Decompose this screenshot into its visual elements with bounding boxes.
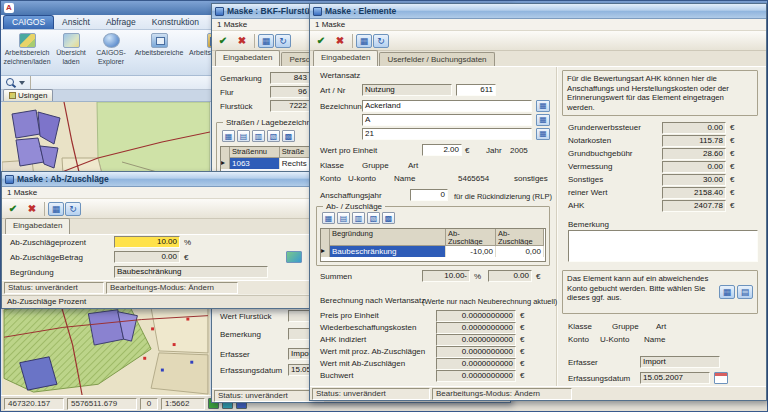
bkf-bemerkung-label: Bemerkung [220,330,261,340]
image-button[interactable] [286,251,302,263]
calc-row-value: 0.0000000000 [436,346,516,358]
elemente-menu-maske[interactable]: 1 Maske [310,19,766,31]
abzu-menu-maske[interactable]: 1 Maske [2,187,309,199]
toolbar-separator [44,202,45,216]
map-icon [9,92,16,99]
dataset-grid-button[interactable]: ▦ [48,202,64,216]
elemente-tab-userfelder[interactable]: Userfelder / Buchungsdaten [379,52,494,66]
abzu-window-icon [5,175,14,184]
ukonto-label: U-Konto [600,335,629,345]
cost-row-field[interactable]: 30.00 [662,174,726,186]
bemerkung-label: Bemerkung [568,220,609,230]
ribbon-tab-ansicht[interactable]: Ansicht [54,16,98,29]
dataset-grid-button[interactable]: ▦ [258,34,274,48]
dataset-grid-button[interactable]: ▦ [356,34,372,48]
calendar-icon[interactable] [714,372,728,384]
anschaffungsjahr-label: Anschaffungsjahr [320,191,382,201]
elemente-window-icon [313,7,322,16]
abzu-field-hint: Ab-Zuschläge Prozent [2,295,309,308]
table-new-row-button[interactable]: ▦ [322,212,335,224]
bkf-erfasser-label: Erfasser [220,350,250,360]
ahk-info-box: Für die Bewertungsart AHK können hier di… [562,70,758,116]
summen-prozent-field: 10.00- [422,270,470,282]
bezeichnung-field-3[interactable]: 21 [362,128,532,140]
ribbon-button-caigos-explorer[interactable]: CAIGOS- Explorer [91,32,131,70]
calc-row-value: 0.0000000000 [436,358,516,370]
wert-pro-einheit-field[interactable]: 2.00 [422,144,462,156]
statusbar-coord-z: 0 [140,398,158,410]
row-marker: ▸ [321,246,330,257]
euro-unit-label: € [730,175,734,185]
ribbon-tab-abfrage[interactable]: Abfrage [98,16,144,29]
map-canvas-lower[interactable] [2,296,210,397]
zoom-search-icon[interactable] [5,77,16,88]
bezeichnung-field-2[interactable]: A [362,114,532,126]
abzu-begruendung-field[interactable]: Baubeschränkung [114,266,268,278]
ribbon-button-arbeitsbereiche[interactable]: Arbeitsbereiche [133,32,185,70]
table-delete-row-button[interactable]: ▥ [352,212,365,224]
abzu-status-text: Status: unverändert [4,282,104,294]
table-edit-row-button[interactable]: ▤ [237,130,250,142]
calc-row-label: Preis pro Einheit [320,311,379,321]
konto-document-button[interactable]: ▤ [737,285,753,299]
flur-field[interactable]: 96 [270,86,310,98]
table-filter-button[interactable]: ▧ [267,130,280,142]
gemarkung-field[interactable]: 843 [270,72,310,84]
elemente-titlebar[interactable]: Maske : Elemente [310,4,766,19]
lookup-grid-button[interactable]: ▦ [536,100,550,112]
abzu-betrag-field[interactable]: 0.00 [114,251,180,263]
anschaffungsjahr-note: für die Rückindizierung (RLP) [454,192,552,201]
map-tab-usingen[interactable]: Usingen [3,89,53,101]
abzu-titlebar[interactable]: Maske : Ab-/Zuschläge [2,172,309,187]
erfassungsdatum-field[interactable]: 15.05.2007 [640,372,710,384]
zoom-dropdown-caret-icon[interactable] [19,81,25,85]
art-nr-field[interactable]: 611 [456,84,496,96]
cancel-button[interactable]: ✖ [23,201,41,217]
anschaffungsjahr-field[interactable]: 0 [410,189,448,201]
ribbon-button-uebersicht-laden[interactable]: Übersicht laden [53,32,89,70]
flurstueck-field[interactable]: 7222 [270,100,310,112]
refresh-button[interactable]: ↻ [373,34,389,48]
pane-divider [556,67,557,387]
apply-button[interactable]: ✔ [312,33,330,49]
table-options-button[interactable]: ▩ [382,212,395,224]
refresh-button[interactable]: ↻ [65,202,81,216]
cost-row-field[interactable]: 0.00 [662,122,726,134]
name-label: Name [644,335,665,345]
cancel-button[interactable]: ✖ [331,33,349,49]
cost-row-field[interactable]: 115.78 [662,135,726,147]
apply-button[interactable]: ✔ [4,201,22,217]
abzuschlaege-table-row[interactable]: ▸ Baubeschränkung -10,00 0,00 [321,246,545,257]
konto-lookup-grid-button[interactable]: ▦ [719,285,735,299]
apply-button[interactable]: ✔ [214,33,232,49]
workspace-draw-icon [19,33,36,48]
abzu-tab-eingabedaten[interactable]: Eingabedaten [5,218,70,234]
cost-row-field[interactable]: 0.00 [662,161,726,173]
lookup-grid-button[interactable]: ▦ [536,114,550,126]
ribbon-button-arbeitsbereich-zeichnen[interactable]: Arbeitsbereich zeichnen/laden [3,32,51,70]
elemente-tab-eingabedaten[interactable]: Eingabedaten [313,50,378,66]
cancel-button[interactable]: ✖ [233,33,251,49]
cost-row-field[interactable]: 28.60 [662,148,726,160]
ribbon-tab-caigos[interactable]: CAIGOS [3,15,54,29]
konto-value: 5465654 [458,174,489,184]
bemerkung-textarea[interactable] [568,230,758,262]
calc-row-label: Wert mit proz. Ab-Zuschlägen [320,347,425,357]
art-type-field[interactable]: Nutzung [362,84,452,96]
table-delete-row-button[interactable]: ▥ [252,130,265,142]
cost-row-label: Notarkosten [568,136,611,146]
table-options-button[interactable]: ▩ [282,130,295,142]
erfasser-field[interactable]: Import [640,356,720,368]
abzu-tabstrip: Eingabedaten [2,219,309,235]
table-new-row-button[interactable]: ▦ [222,130,235,142]
table-edit-row-button[interactable]: ▤ [337,212,350,224]
erfasser-label: Erfasser [568,358,598,368]
lookup-grid-button[interactable]: ▦ [536,128,550,140]
euro-unit-label: € [520,371,524,381]
ribbon-tab-konstruktion[interactable]: Konstruktion [144,16,207,29]
table-filter-button[interactable]: ▧ [367,212,380,224]
bezeichnung-field-1[interactable]: Ackerland [362,100,532,112]
refresh-button[interactable]: ↻ [275,34,291,48]
abzu-prozent-field[interactable]: 10.00 [114,236,180,248]
bkf-tab-eingabedaten[interactable]: Eingabedaten [215,50,280,66]
